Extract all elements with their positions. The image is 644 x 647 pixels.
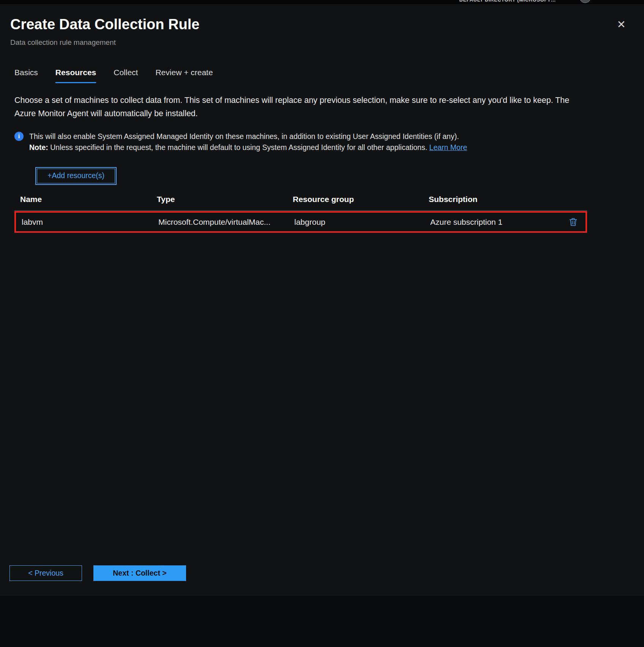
- page-description: Choose a set of machines to collect data…: [14, 94, 579, 120]
- cell-subscription: Azure subscription 1: [430, 218, 560, 227]
- tab-collect[interactable]: Collect: [114, 68, 138, 83]
- column-header-resource-group: Resource group: [293, 195, 429, 204]
- close-icon[interactable]: ✕: [616, 18, 627, 32]
- resource-table: Name Type Resource group Subscription la…: [14, 195, 587, 233]
- info-banner: i This will also enable System Assigned …: [14, 131, 630, 153]
- column-header-type: Type: [157, 195, 293, 204]
- tab-resources[interactable]: Resources: [55, 68, 96, 83]
- toolbar: +Add resource(s): [0, 153, 644, 183]
- page-title: Create Data Collection Rule: [10, 16, 629, 33]
- cell-resource-group: labgroup: [294, 218, 430, 227]
- column-header-subscription: Subscription: [429, 195, 562, 204]
- table-row[interactable]: labvm Microsoft.Compute/virtualMac... la…: [16, 213, 586, 231]
- column-header-name: Name: [20, 195, 157, 204]
- tab-basics[interactable]: Basics: [14, 68, 38, 83]
- add-resources-button[interactable]: +Add resource(s): [37, 169, 115, 183]
- previous-button[interactable]: < Previous: [9, 565, 82, 581]
- cell-type: Microsoft.Compute/virtualMac...: [158, 218, 294, 227]
- bottom-strip: [0, 595, 644, 647]
- tab-bar: Basics Resources Collect Review + create: [14, 68, 644, 83]
- directory-label: DEFAULT DIRECTORY (MICROSOFT…: [459, 0, 556, 3]
- cell-name: labvm: [22, 218, 158, 227]
- tab-review-create[interactable]: Review + create: [155, 68, 213, 83]
- page-subtitle: Data collection rule management: [10, 38, 629, 47]
- info-text: This will also enable System Assigned Ma…: [29, 131, 467, 153]
- panel-header: Create Data Collection Rule Data collect…: [0, 4, 644, 47]
- delete-icon[interactable]: [568, 217, 578, 227]
- next-collect-button[interactable]: Next : Collect >: [93, 565, 186, 581]
- info-icon: i: [14, 132, 24, 141]
- top-chrome-bar: DEFAULT DIRECTORY (MICROSOFT…: [0, 0, 644, 4]
- info-line-2: Note: Unless specified in the request, t…: [29, 142, 467, 153]
- info-line-1: This will also enable System Assigned Ma…: [29, 131, 467, 142]
- info-note-label: Note:: [29, 143, 48, 151]
- highlight-box: labvm Microsoft.Compute/virtualMac... la…: [14, 211, 587, 233]
- learn-more-link[interactable]: Learn More: [429, 143, 467, 151]
- table-header-row: Name Type Resource group Subscription: [14, 195, 587, 211]
- avatar[interactable]: [579, 0, 591, 3]
